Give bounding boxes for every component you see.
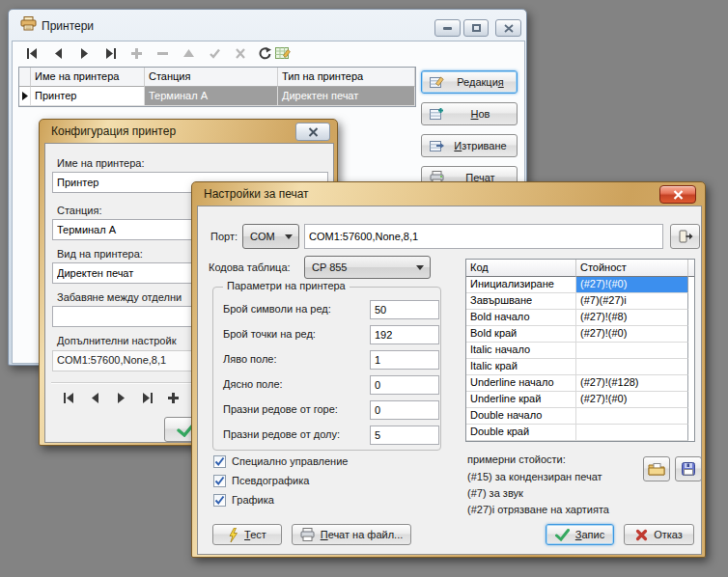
nav-post-button	[207, 46, 222, 60]
check-icon	[214, 476, 225, 486]
check-icon	[214, 495, 225, 506]
cell-printer-name[interactable]: Принтер	[31, 87, 145, 106]
close-button[interactable]	[659, 185, 696, 204]
station-label: Станция:	[57, 205, 102, 216]
code-cell[interactable]: Double начало	[466, 408, 576, 425]
new-icon	[430, 107, 444, 121]
checkbox-special-control[interactable]: Специално управление	[213, 454, 348, 468]
code-cell[interactable]: Underline край	[466, 392, 576, 408]
print-icon	[300, 528, 315, 541]
code-cell[interactable]: Инициализиране	[466, 277, 576, 293]
close-icon	[504, 24, 514, 33]
new-button[interactable]: Нов	[421, 102, 518, 125]
code-cell[interactable]: Italic край	[466, 359, 576, 375]
printer-type-label: Вид на принтера:	[57, 248, 143, 260]
cell-printer-type[interactable]: Директен печат	[278, 87, 415, 106]
close-button[interactable]	[295, 123, 330, 141]
code-cell[interactable]: Bold начало	[466, 310, 576, 326]
value-cell[interactable]	[576, 343, 688, 359]
param-label-dots: Брой точки на ред:	[223, 328, 316, 340]
param-input-left-margin[interactable]	[370, 350, 439, 370]
value-cell[interactable]: (#7)(#27)i	[576, 293, 688, 310]
port-settings-icon	[678, 230, 693, 243]
edit-icon	[430, 75, 444, 89]
codes-header-value: Стойност	[576, 260, 688, 277]
checkbox-box	[213, 475, 226, 487]
code-cell[interactable]: Завършване	[466, 293, 576, 310]
print-settings-window: Настройки за печат Порт: COM Кодова табл…	[191, 181, 706, 558]
maximize-button[interactable]	[463, 19, 489, 37]
code-cell[interactable]: Underline начало	[466, 375, 576, 392]
printers-grid: Име на принтера Станция Тип на принтера …	[18, 67, 416, 107]
load-from-file-button[interactable]	[643, 456, 670, 481]
codepage-select[interactable]: CP 855	[304, 256, 431, 279]
port-type-select[interactable]: COM	[242, 224, 299, 249]
save-to-file-button[interactable]	[675, 456, 702, 481]
codes-table: Код Стойност Инициализиране(#27)!(#0) За…	[465, 259, 695, 442]
chevron-down-icon	[416, 265, 424, 270]
close-icon	[308, 127, 319, 137]
nav-insert-button[interactable]	[165, 391, 181, 404]
checkbox-graphics[interactable]: Графика	[213, 493, 274, 507]
grid-header-marker	[19, 68, 31, 87]
close-button[interactable]	[495, 19, 521, 37]
gutter	[688, 277, 694, 293]
print-to-file-button[interactable]: Печат на файл...	[292, 524, 411, 545]
nav-first-button[interactable]	[61, 391, 76, 404]
nav-next-button[interactable]	[113, 391, 128, 404]
code-cell[interactable]: Double край	[466, 425, 576, 441]
edit-button-label: Редакция	[450, 76, 511, 88]
nav-last-button[interactable]	[139, 391, 154, 404]
nav-first-button[interactable]	[24, 46, 40, 60]
code-cell[interactable]: Bold край	[466, 326, 576, 343]
codes-header-code: Код	[466, 260, 576, 277]
value-cell[interactable]: (#27)!(#0)	[576, 326, 688, 343]
checkbox-box	[213, 455, 226, 468]
checkbox-label: Псевдографика	[232, 475, 309, 486]
value-cell[interactable]	[576, 425, 688, 441]
gutter	[688, 425, 694, 441]
printer-params-group: Параметри на принтера Брой символи на ре…	[212, 287, 441, 451]
gutter	[688, 326, 694, 343]
param-input-dots[interactable]	[370, 325, 439, 344]
nav-prior-button[interactable]	[50, 46, 66, 60]
delete-button-label: Изтриване	[450, 140, 511, 151]
value-cell-selected[interactable]: (#27)!(#0)	[576, 277, 688, 293]
hint-line: (#7) за звук	[467, 487, 523, 499]
nav-prior-button[interactable]	[87, 391, 102, 404]
test-button[interactable]: Тест	[212, 524, 282, 545]
gutter	[688, 359, 694, 375]
printer-name-label: Име на принтера:	[57, 157, 145, 169]
param-input-blank-top[interactable]	[370, 400, 439, 420]
code-cell[interactable]: Italic начало	[466, 343, 576, 359]
port-type-value: COM	[250, 231, 275, 242]
nav-edit-button	[181, 46, 196, 60]
grid-edit-icon-button[interactable]	[275, 46, 291, 60]
nav-next-button[interactable]	[76, 46, 92, 60]
cancel-button[interactable]: Отказ	[624, 524, 694, 545]
param-input-blank-bottom[interactable]	[370, 426, 439, 445]
value-cell[interactable]: (#27)!(#8)	[576, 310, 688, 326]
checkbox-pseudographics[interactable]: Псевдографика	[213, 474, 309, 487]
value-cell[interactable]: (#27)!(#128)	[576, 375, 688, 392]
port-settings-input[interactable]	[304, 224, 663, 249]
minimize-button[interactable]	[434, 19, 461, 37]
printer-icon	[20, 16, 37, 31]
port-config-button[interactable]	[670, 224, 700, 249]
edit-button[interactable]: Редакция	[421, 70, 518, 94]
check-icon	[555, 529, 570, 541]
value-cell[interactable]	[576, 359, 688, 375]
nav-cancel-button	[233, 46, 248, 60]
delete-button[interactable]: Изтриване	[421, 134, 518, 157]
cell-station[interactable]: Терминал А	[145, 87, 278, 106]
checkbox-box	[213, 494, 226, 507]
value-cell[interactable]	[576, 408, 688, 425]
save-button[interactable]: Запис	[546, 524, 614, 545]
value-cell[interactable]: (#27)!(#0)	[576, 392, 688, 408]
save-button-label: Запис	[575, 529, 604, 540]
nav-last-button[interactable]	[102, 46, 118, 60]
nav-refresh-button[interactable]	[258, 46, 273, 60]
extra-settings-label: Допълнителни настройк	[57, 335, 176, 346]
param-input-chars[interactable]	[370, 300, 439, 319]
param-input-right-margin[interactable]	[370, 375, 439, 395]
